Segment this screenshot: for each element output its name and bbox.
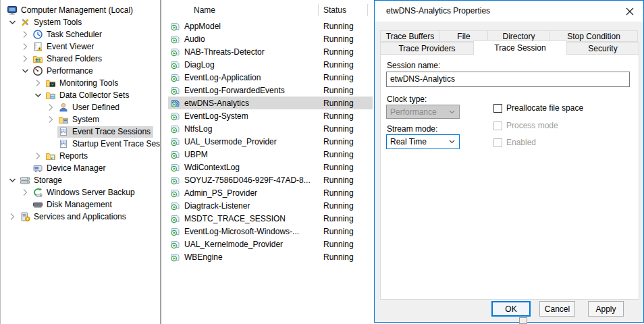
status-cell: Running xyxy=(323,99,373,108)
dialog-titlebar[interactable]: etwDNS-Analytics Properties xyxy=(375,1,643,22)
tree-item-content[interactable]: Computer Management (Local) xyxy=(6,5,136,16)
list-row-wdicontextlog[interactable]: WdiContextLogRunning xyxy=(168,161,373,173)
session-name-cell: WdiContextLog xyxy=(184,163,323,172)
column-header-status[interactable]: Status xyxy=(323,5,346,15)
tree-item-content[interactable]: Performance xyxy=(32,65,96,77)
tree-item-content[interactable]: Monitoring Tools xyxy=(45,78,121,89)
list-row-eventlog-microsoft-windows[interactable]: EventLog-Microsoft-Windows-...Running xyxy=(168,225,373,238)
session-name-field[interactable]: etwDNS-Analytics xyxy=(386,72,630,87)
tree-item-content[interactable]: Reports xyxy=(45,151,90,162)
status-cell: Running xyxy=(323,176,373,185)
tree-item-content[interactable]: Event Trace Sessions xyxy=(57,126,153,138)
chevron-collapsed-icon[interactable] xyxy=(19,40,32,53)
list-row-diaglog[interactable]: DiagLogRunning xyxy=(168,58,373,71)
list-row-eventlog-application[interactable]: EventLog-ApplicationRunning xyxy=(168,71,373,84)
tree-item-data-collector-sets[interactable]: Data Collector Sets xyxy=(1,89,160,101)
chevron-collapsed-icon[interactable] xyxy=(45,101,57,113)
list-row-msdtc-trace-session[interactable]: MSDTC_TRACE_SESSIONRunning xyxy=(168,212,373,225)
clock-type-dropdown: Performance xyxy=(386,105,460,119)
tree-item-event-trace-sessions[interactable]: Event Trace Sessions xyxy=(1,126,160,138)
status-cell: Running xyxy=(323,201,373,211)
shared-folders-icon xyxy=(32,53,43,64)
tab-trace-buffers[interactable]: Trace Buffers xyxy=(380,30,440,42)
tree-item-content[interactable]: Shared Folders xyxy=(32,53,105,65)
list-row-nab-threats-detector[interactable]: NAB-Threats-DetectorRunning xyxy=(168,45,373,58)
trace-session-running-icon xyxy=(170,85,181,96)
apply-button[interactable]: Apply xyxy=(588,301,624,317)
tree-item-performance[interactable]: Performance xyxy=(1,65,160,77)
tree-item-label: System Tools xyxy=(34,17,82,28)
tree-item-content[interactable]: System Tools xyxy=(19,17,84,28)
column-divider[interactable] xyxy=(367,4,368,16)
tree-item-disk-management[interactable]: Disk Management xyxy=(1,198,160,211)
tree-item-event-viewer[interactable]: Event Viewer xyxy=(1,40,160,53)
tree-item-content[interactable]: Services and Applications xyxy=(19,211,129,223)
tree-item-system[interactable]: System xyxy=(1,113,160,126)
size-grip[interactable] xyxy=(519,317,527,324)
list-row-etwdns-analytics[interactable]: etwDNS-AnalyticsRunning xyxy=(168,97,373,109)
tree-item-storage[interactable]: Storage xyxy=(1,174,160,186)
tree-item-content[interactable]: Device Manager xyxy=(32,163,108,174)
tree-item-device-manager[interactable]: Device Manager xyxy=(1,162,160,174)
list-row-ual-kernelmode-provider[interactable]: UAL_Kernelmode_ProviderRunning xyxy=(168,238,373,250)
stream-mode-value: Real Time xyxy=(390,137,427,146)
chevron-collapsed-icon[interactable] xyxy=(19,28,32,40)
tree-item-task-scheduler[interactable]: Task Scheduler xyxy=(1,28,160,40)
list-row-eventlog-forwardedevents[interactable]: EventLog-ForwardedEventsRunning xyxy=(168,84,373,97)
chevron-collapsed-icon[interactable] xyxy=(19,53,32,65)
list-row-audio[interactable]: AudioRunning xyxy=(168,32,373,45)
list-row-ntfslog[interactable]: NtfsLogRunning xyxy=(168,122,373,135)
chevron-collapsed-icon[interactable] xyxy=(6,211,19,223)
tree-item-content[interactable]: User Defined xyxy=(57,102,122,113)
close-icon[interactable] xyxy=(620,3,639,20)
list-row-ubpm[interactable]: UBPMRunning xyxy=(168,148,373,161)
tree-item-content[interactable]: Storage xyxy=(19,175,65,186)
chevron-collapsed-icon[interactable] xyxy=(45,113,57,126)
tree-item-content[interactable]: Disk Management xyxy=(32,199,115,211)
chevron-expanded-icon[interactable] xyxy=(32,89,45,101)
tree-item-windows-server-backup[interactable]: Windows Server Backup xyxy=(1,186,160,198)
tree-item-shared-folders[interactable]: Shared Folders xyxy=(1,53,160,65)
tree-item-services-and-applications[interactable]: Services and Applications xyxy=(1,211,160,223)
tab-security[interactable]: Security xyxy=(566,42,639,55)
chevron-expanded-icon[interactable] xyxy=(19,65,32,77)
tree-item-system-tools[interactable]: System Tools xyxy=(1,16,160,28)
tree-item-label: Storage xyxy=(34,175,62,186)
list-row-diagtrack-listener[interactable]: Diagtrack-ListenerRunning xyxy=(168,199,373,212)
tree-item-content[interactable]: Data Collector Sets xyxy=(45,90,132,101)
column-header-name[interactable]: Name xyxy=(194,5,215,15)
chevron-collapsed-icon[interactable] xyxy=(32,77,45,89)
preallocate-file-space-checkbox[interactable]: Preallocate file space xyxy=(493,103,583,113)
list-row-ual-usermode-provider[interactable]: UAL_Usermode_ProviderRunning xyxy=(168,135,373,148)
trace-session-running-icon xyxy=(170,124,181,134)
chevron-collapsed-icon[interactable] xyxy=(32,150,45,162)
list-row-eventlog-system[interactable]: EventLog-SystemRunning xyxy=(168,109,373,122)
tree-item-startup-event-trace-sessions[interactable]: Startup Event Trace Sessions xyxy=(1,138,160,150)
disk-icon xyxy=(32,199,43,210)
tab-trace-providers[interactable]: Trace Providers xyxy=(380,42,474,55)
cancel-button[interactable]: Cancel xyxy=(539,301,575,317)
chevron-expanded-icon[interactable] xyxy=(6,16,19,28)
tab-trace-session[interactable]: Trace Session xyxy=(473,40,567,55)
tree-item-content[interactable]: Task Scheduler xyxy=(32,29,105,40)
status-cell: Running xyxy=(323,124,373,134)
tree-item-reports[interactable]: Reports xyxy=(1,150,160,162)
list-row-admin-ps-provider[interactable]: Admin_PS_ProviderRunning xyxy=(168,186,373,199)
tree-item-user-defined[interactable]: User Defined xyxy=(1,101,160,113)
status-cell: Running xyxy=(323,73,373,82)
ok-button[interactable]: OK xyxy=(491,301,531,317)
tree-item-monitoring-tools[interactable]: Monitoring Tools xyxy=(1,77,160,89)
checkbox-box[interactable] xyxy=(493,104,502,113)
tree-item-content[interactable]: Windows Server Backup xyxy=(32,187,138,198)
column-divider[interactable] xyxy=(318,4,319,16)
list-row-wbengine[interactable]: WBEngineRunning xyxy=(168,250,373,263)
list-row-appmodel[interactable]: AppModelRunning xyxy=(168,20,373,32)
chevron-collapsed-icon[interactable] xyxy=(19,186,32,198)
tree-item-content[interactable]: System xyxy=(57,114,102,126)
tree-item-computer-management-local[interactable]: Computer Management (Local) xyxy=(1,4,160,16)
chevron-expanded-icon[interactable] xyxy=(6,174,19,186)
stream-mode-dropdown[interactable]: Real Time xyxy=(386,134,460,149)
session-name-cell: EventLog-ForwardedEvents xyxy=(184,86,323,95)
list-row-soyuz-7586d046-929f-47ad-8[interactable]: SOYUZ-7586D046-929F-47AD-8...Running xyxy=(168,173,373,186)
tree-item-content[interactable]: Event Viewer xyxy=(32,41,97,53)
